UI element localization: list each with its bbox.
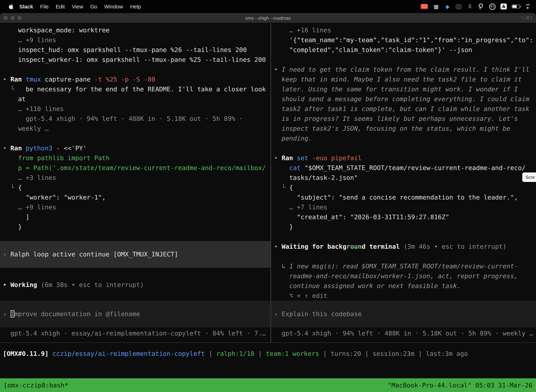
- text-segment: cczip/essay/ai-reimplementation-copyleft: [53, 350, 205, 357]
- tmux-session-label[interactable]: [omx-cczip0:bash*: [4, 382, 68, 389]
- terminal-line: inspect_worker-1: omx sparkshell --tmux-…: [0, 55, 270, 65]
- omx-status-area: [OMX#0.11.9] cczip/essay/ai-reimplementa…: [0, 342, 536, 378]
- terminal-line: gpt-5.4 xhigh · 94% left · 488K in · 5.1…: [271, 328, 536, 338]
- text-segment: "subject": "send a concise recommendatio…: [274, 194, 518, 201]
- text-segment: … +9 lines: [3, 36, 56, 44]
- terminal-line: should send a message before completing …: [271, 94, 536, 104]
- text-segment: inspect task2's JSON, focusing on the st…: [274, 125, 510, 132]
- text-segment: session:23m: [373, 350, 414, 357]
- text-segment: •: [3, 281, 10, 288]
- terminal-line: • Waiting for background terminal (3m 46…: [271, 242, 536, 252]
- text-segment: cat: [289, 164, 305, 171]
- text-segment: I need to get the claim token from the c…: [282, 66, 529, 73]
- text-segment: [274, 164, 289, 171]
- screen-recording-icon[interactable]: [421, 4, 428, 9]
- text-segment: |: [415, 350, 426, 357]
- text-segment: [48, 350, 53, 357]
- terminal-window: omx --xhigh --madmax ⌥⌘1 workspace_mode:…: [0, 13, 536, 392]
- terminal-line: inspect_hud: omx sparkshell --tmux-pane …: [0, 45, 270, 55]
- terminal-line: p = Path('.omx/state/team/review-current…: [0, 163, 270, 173]
- terminal-line: "completed","claim_token":"claim-token"}…: [271, 45, 536, 55]
- text-segment: •: [274, 243, 282, 250]
- text-segment: {: [289, 184, 293, 191]
- menu-item-go[interactable]: Go: [87, 4, 101, 9]
- pane-left[interactable]: workspace_mode: worktree … +9 lines insp…: [0, 23, 270, 342]
- text-segment: mprove documentation in @filename: [14, 310, 140, 317]
- text-segment: readme-and-reco/mailbox/worker-1.json, a…: [274, 272, 518, 280]
- terminal-line: gpt-5.4 xhigh · 94% left · 488K in · 5.1…: [0, 114, 270, 124]
- terminal-line: at: [0, 94, 270, 104]
- wifi-icon[interactable]: [525, 4, 531, 9]
- text-segment: task2 after task1 is complete, but can I…: [274, 105, 529, 112]
- terminal-line: readme-and-reco/mailbox/worker-1.json, a…: [271, 271, 536, 281]
- pane-right[interactable]: … +16 lines '{"team_name":"my-team","tas…: [271, 23, 536, 342]
- text-segment: turns:20: [330, 350, 361, 357]
- terminal-line: ]: [0, 212, 270, 222]
- terminal-line: '{"team_name":"my-team","task_id":"1","f…: [271, 35, 536, 45]
- terminal-line: tasks/task-2.json": [271, 173, 536, 183]
- text-segment: ralph:1/10: [216, 350, 254, 357]
- text-segment: … +7 lines: [274, 203, 327, 211]
- text-segment: •: [3, 144, 10, 152]
- text-segment: later. Using the same for transition mig…: [274, 85, 518, 93]
- terminal-line: from pathlib import Path: [0, 153, 270, 163]
- menu-item-help[interactable]: Help: [127, 4, 144, 9]
- text-segment: (6m 38s • esc to interrupt): [41, 281, 144, 288]
- terminal-line: … +7 lines: [271, 202, 536, 212]
- menu-item-edit[interactable]: Edit: [52, 4, 68, 9]
- window-grid-icon[interactable]: ▦: [433, 3, 439, 10]
- text-segment: d terminal: [362, 243, 404, 250]
- text-segment: }: [274, 223, 293, 230]
- text-segment: should send a message before completing …: [274, 95, 529, 103]
- terminal-line: … +9 lines: [0, 202, 270, 212]
- dots-grid-icon[interactable]: ⠿: [467, 3, 473, 10]
- terminal-line: • Ran set -euo pipefail: [271, 153, 536, 163]
- text-segment: team:1 workers: [266, 350, 319, 357]
- battery-ring-icon[interactable]: 61: [489, 3, 496, 10]
- blue-orb-icon[interactable]: ◆: [444, 3, 450, 10]
- pane-status-right: gpt-5.4 xhigh · 94% left · 488K in · 5.1…: [271, 328, 536, 338]
- menu-item-window[interactable]: Window: [101, 4, 127, 9]
- terminal-line: └ {: [271, 183, 536, 192]
- prompt-input-left[interactable]: › Improve documentation in @filename: [0, 301, 270, 327]
- ralph-status-banner: › Ralph loop active continue [OMX_TMUX_I…: [0, 241, 270, 268]
- pane-right-scrollback: … +16 lines '{"team_name":"my-team","tas…: [271, 25, 536, 301]
- prompt-input-right[interactable]: › Explain this codebase: [271, 301, 536, 327]
- menu-item-slack[interactable]: Slack: [16, 4, 37, 9]
- text-segment: - <<'PY': [56, 144, 87, 152]
- text-segment: last:3m ago: [426, 350, 468, 357]
- dark-circle-icon[interactable]: [455, 4, 462, 9]
- terminal-line: continue assigned work or next feasible …: [271, 281, 536, 291]
- terminal-line: [271, 143, 536, 153]
- terminal-line: workspace_mode: worktree: [0, 25, 270, 35]
- terminal-line: • Ran tmux capture-pane -t %25 -p -S -80: [0, 75, 270, 84]
- terminal-line: • Working (6m 38s • esc to interrupt): [0, 280, 270, 290]
- text-segment: tmux: [26, 75, 45, 83]
- terminal-line: is in progress? It seems likely but perh…: [271, 114, 536, 124]
- screen: Slack FileEditViewGoWindowHelp ▦◆⠿61A om…: [0, 0, 536, 392]
- terminal-line: "worker": "worker-1",: [0, 192, 270, 202]
- text-segment: … +3 lines: [3, 174, 56, 181]
- terminal-line: … +110 lines: [0, 104, 270, 114]
- key-icon[interactable]: [478, 3, 484, 10]
- text-segment: "worker": "worker-1",: [3, 194, 106, 201]
- menu-item-view[interactable]: View: [68, 4, 87, 9]
- terminal-line: [OMX#0.11.9] cczip/essay/ai-reimplementa…: [0, 349, 536, 359]
- text-segment: gpt-5.4 xhigh · 94% left · 488K in · 5.1…: [274, 330, 533, 337]
- text-segment: continue assigned work or next feasible …: [274, 282, 461, 289]
- text-segment: |: [205, 350, 216, 357]
- input-source-icon[interactable]: A: [500, 4, 507, 9]
- text-segment: |: [254, 350, 266, 357]
- text-segment: [3, 154, 18, 162]
- battery-icon[interactable]: [512, 5, 520, 9]
- apple-menu-icon[interactable]: [6, 4, 16, 9]
- menu-item-file[interactable]: File: [37, 4, 52, 9]
- terminal-line: … +9 lines: [0, 35, 270, 45]
- text-segment: "created_at": "2026-03-31T11:59:27.816Z": [274, 213, 449, 221]
- text-segment: … +110 lines: [3, 105, 64, 112]
- tooltip-text: Scre: [526, 175, 535, 180]
- text-segment: (3m 46s • esc to interrupt): [404, 243, 507, 250]
- text-segment: Ran: [282, 154, 297, 162]
- window-title: omx --xhigh --madmax: [0, 15, 536, 21]
- window-titlebar[interactable]: omx --xhigh --madmax ⌥⌘1: [0, 13, 536, 23]
